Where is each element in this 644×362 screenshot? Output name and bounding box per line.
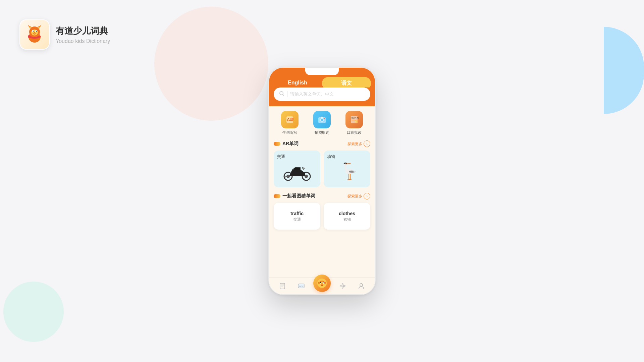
ar-explore-more[interactable]: 探索更多 › [347,140,370,147]
ar-card-traffic-label: 交通 [277,154,285,160]
svg-point-58 [342,285,344,287]
svg-rect-57 [324,282,326,284]
guess-cn-traffic: 交通 [293,217,301,222]
svg-point-23 [324,118,325,119]
feature-photo[interactable]: 拍照取词 [313,111,331,135]
scroll-area: Aa ✏ 生词听写 [269,106,375,277]
svg-point-59 [360,284,363,286]
svg-point-9 [33,31,34,32]
svg-line-38 [346,164,350,164]
feature-icon-dictation: Aa ✏ [281,111,299,128]
svg-rect-22 [321,117,323,118]
bottom-bar: abc [269,277,375,294]
phone-frame: English 语文 请输入英文单词、中文 [268,67,376,295]
app-branding: 有道少儿词典 Youdao kids Dictionary [19,19,110,50]
guess-section-header: 一起看图猜单词 探索更多 › [274,193,370,199]
guess-section-dot [274,194,280,198]
bg-decoration-mint [3,282,64,342]
nav-mascot-center[interactable] [313,275,331,292]
ar-title-wrap: AR单词 [274,141,299,147]
app-title-cn: 有道少儿词典 [56,25,110,37]
nav-icon-abc[interactable]: abc [295,280,308,292]
search-divider [287,91,287,97]
search-icon [279,91,284,98]
svg-point-32 [305,175,308,178]
guess-word-traffic: traffic [290,211,304,216]
svg-text:✏: ✏ [291,118,293,121]
guess-explore-more[interactable]: 探索更多 › [347,193,370,199]
feature-icon-calc: 5K2e10 ✓ [345,111,363,128]
guess-card-clothes[interactable]: clothes 衣物 [324,203,370,230]
guess-explore-text: 探索更多 [347,194,362,199]
feature-dictation[interactable]: Aa ✏ 生词听写 [281,111,299,135]
svg-rect-56 [318,282,320,284]
svg-point-35 [294,168,301,170]
search-section: 请输入英文单词、中文 [269,87,375,106]
feature-label-dictation: 生词听写 [282,130,297,135]
ar-cards: 交通 [274,150,370,187]
svg-text:5K2e10: 5K2e10 [352,117,359,119]
phone-mockup: English 语文 请输入英文单词、中文 [268,67,376,295]
svg-point-21 [321,119,323,121]
guess-cards: traffic 交通 clothes 衣物 [274,203,370,230]
ar-section-dot [274,142,280,146]
guess-word-clothes: clothes [339,211,355,216]
phone-screen: English 语文 请输入英文单词、中文 [269,68,375,294]
svg-point-39 [345,164,346,164]
ar-section-header: AR单词 探索更多 › [274,140,370,147]
bg-decoration-blue [604,27,644,114]
svg-text:✓: ✓ [355,120,357,122]
app-title-block: 有道少儿词典 Youdao kids Dictionary [56,25,110,44]
ar-section-title: AR单词 [282,141,299,147]
nav-icon-gear[interactable] [336,280,349,292]
app-title-en: Youdao kids Dictionary [56,38,110,44]
ar-explore-text: 探索更多 [347,141,362,146]
guess-title-wrap: 一起看图猜单词 [274,193,315,199]
nav-icon-user[interactable] [355,280,368,292]
guess-section-title: 一起看图猜单词 [282,193,315,199]
svg-point-12 [28,35,31,38]
ar-card-traffic[interactable]: 交通 [274,150,320,187]
guess-explore-arrow: › [364,193,370,199]
search-placeholder: 请输入英文单词、中文 [290,91,334,97]
ar-explore-arrow: › [364,140,370,147]
svg-line-14 [283,95,284,96]
ar-card-animal-label: 动物 [327,154,335,160]
svg-point-10 [36,31,37,32]
ar-card-animal[interactable]: 动物 [324,150,370,187]
svg-point-11 [34,33,35,34]
feature-label-calc: 口算批改 [347,130,362,135]
app-icon [19,19,50,50]
guess-cn-clothes: 衣物 [343,217,351,222]
bg-decoration-pink [154,7,268,121]
search-box[interactable]: 请输入英文单词、中文 [274,87,370,101]
feature-label-photo: 拍照取词 [315,130,329,135]
svg-text:abc: abc [299,285,304,288]
feature-icon-photo [313,111,331,128]
svg-point-53 [320,282,321,283]
nav-icon-book[interactable] [276,280,289,292]
feature-row: Aa ✏ 生词听写 [274,111,370,135]
guess-card-traffic[interactable]: traffic 交通 [274,203,320,230]
feature-calc[interactable]: 5K2e10 ✓ 口算批改 [345,111,363,135]
phone-notch [305,68,339,75]
